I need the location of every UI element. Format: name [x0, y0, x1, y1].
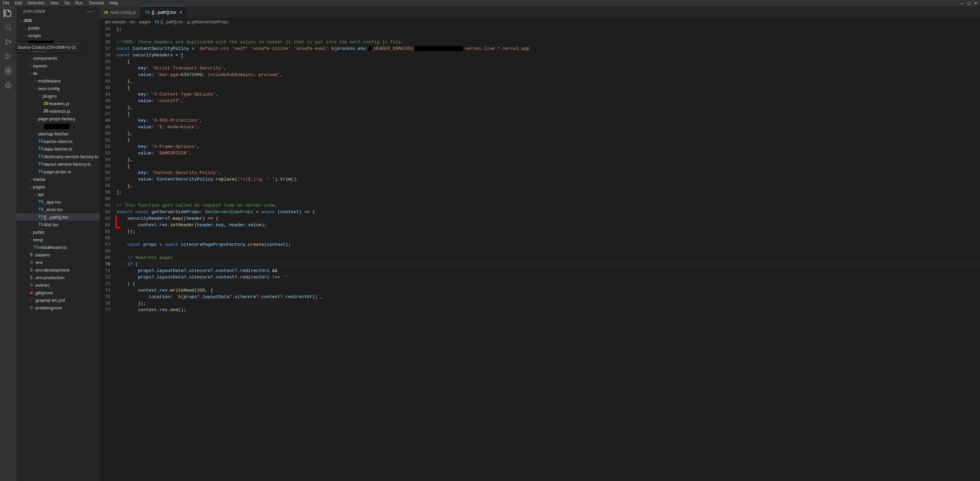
- tree-folder[interactable]: ⌄next-config: [16, 84, 99, 92]
- tree-file[interactable]: TS_app.tsx: [16, 198, 99, 205]
- editor-tab[interactable]: JSnext.config.js: [99, 6, 141, 18]
- activity-bar: Source Control (Ctrl+Shift+G G): [0, 6, 16, 481]
- tree-file[interactable]: B.babelrc: [16, 251, 99, 258]
- tree-folder[interactable]: ›components: [16, 54, 99, 62]
- tree-file[interactable]: TSmiddleware.ts: [16, 244, 99, 251]
- sidebar-header: EXPLORER ⋯: [16, 6, 99, 16]
- breadcrumb-file-icon: TS: [154, 20, 159, 24]
- tree-file[interactable]: $.env.production: [16, 274, 99, 281]
- explorer-sidebar: EXPLORER ⋯ ⌄JSS›public›scripts⌄████████›…: [16, 6, 99, 481]
- tree-root[interactable]: ⌄JSS: [16, 16, 99, 24]
- menu-view[interactable]: View: [50, 1, 59, 5]
- svg-rect-4: [5, 68, 8, 70]
- svg-rect-5: [9, 68, 11, 70]
- tree-file[interactable]: TS[[...path]].tsx: [16, 213, 99, 221]
- sidebar-title: EXPLORER: [23, 9, 45, 13]
- menu-run[interactable]: Run: [75, 1, 83, 5]
- close-window-button[interactable]: ✕: [974, 1, 977, 5]
- tree-file[interactable]: TSlayout-service-factory.ts: [16, 160, 99, 168]
- menu-terminal[interactable]: Terminal: [88, 1, 104, 5]
- tree-file[interactable]: ⚙.eslintrc: [16, 281, 99, 289]
- explorer-icon[interactable]: [4, 9, 12, 17]
- tree-folder[interactable]: ›plugins: [16, 92, 99, 100]
- tab-close-icon[interactable]: ×: [180, 10, 182, 15]
- tree-folder[interactable]: ›media: [16, 175, 99, 183]
- svg-rect-6: [5, 71, 8, 73]
- source-control-tooltip: Source Control (Ctrl+Shift+G G): [14, 43, 79, 52]
- tree-folder[interactable]: ⌄lib: [16, 70, 99, 77]
- breadcrumb-item[interactable]: src: [130, 19, 135, 24]
- tree-file[interactable]: JSheaders.js: [16, 100, 99, 107]
- tree-folder[interactable]: ›public: [16, 228, 99, 236]
- svg-rect-7: [9, 71, 11, 73]
- breadcrumb-item[interactable]: qm-website: [105, 19, 126, 24]
- tree-folder[interactable]: ›scripts: [16, 32, 99, 39]
- breadcrumb-symbol-icon: ⊞: [187, 20, 190, 24]
- tree-file[interactable]: TSdata-fetcher.ts: [16, 145, 99, 153]
- tree-folder[interactable]: ›middleware: [16, 77, 99, 84]
- tree-file[interactable]: ◆.gitignore: [16, 289, 99, 296]
- tree-file[interactable]: ⚙.env: [16, 258, 99, 266]
- tree-file[interactable]: ████████: [16, 123, 99, 130]
- menu-help[interactable]: Help: [110, 1, 118, 5]
- menubar: File Edit Selection View Go Run Terminal…: [0, 0, 980, 6]
- maximize-button[interactable]: ▢: [967, 1, 971, 5]
- svg-point-3: [9, 41, 11, 43]
- extensions-icon[interactable]: [4, 67, 13, 75]
- code-editor[interactable]: 3435363738394041424344454647484950515253…: [99, 26, 980, 481]
- tree-file[interactable]: ⚙.prettierignore: [16, 304, 99, 312]
- menu-file[interactable]: File: [3, 1, 9, 5]
- tree-file[interactable]: TSpage-props.ts: [16, 168, 99, 175]
- editor-tabs: JSnext.config.jsTS[[...path]].tsx×: [99, 6, 980, 18]
- breadcrumb-item[interactable]: pages: [139, 19, 151, 24]
- search-icon[interactable]: [4, 23, 13, 32]
- svg-point-0: [6, 25, 10, 30]
- file-tree: ⌄JSS›public›scripts⌄████████›assets›comp…: [16, 16, 99, 481]
- tree-file[interactable]: !.graphql-let.yml: [16, 296, 99, 304]
- window-controls: — ▢ ✕: [960, 1, 977, 5]
- tree-file[interactable]: $.env.development: [16, 266, 99, 274]
- source-control-icon[interactable]: [4, 38, 13, 46]
- tree-folder[interactable]: ›api: [16, 191, 99, 198]
- tree-folder[interactable]: ⌄pages: [16, 183, 99, 191]
- editor-area: JSnext.config.jsTS[[...path]].tsx× qm-we…: [99, 6, 980, 481]
- tree-file[interactable]: TS404.tsx: [16, 221, 99, 228]
- remote-icon[interactable]: [4, 81, 13, 89]
- tree-file[interactable]: JSredirects.js: [16, 107, 99, 115]
- menu-selection[interactable]: Selection: [27, 1, 45, 5]
- run-debug-icon[interactable]: [4, 52, 13, 61]
- line-gutter: 3435363738394041424344454647484950515253…: [99, 26, 116, 481]
- svg-point-1: [5, 39, 7, 41]
- tree-file[interactable]: TScache-client.ts: [16, 137, 99, 145]
- tree-file[interactable]: TS_error.tsx: [16, 205, 99, 213]
- sidebar-more-icon[interactable]: ⋯: [87, 8, 93, 15]
- tree-folder[interactable]: ›sitemap-fetcher: [16, 130, 99, 137]
- editor-tab[interactable]: TS[[...path]].tsx×: [141, 6, 187, 18]
- code-content[interactable]: };//TODO: these headers are duplicated w…: [116, 26, 980, 481]
- svg-point-2: [5, 43, 7, 45]
- minimize-button[interactable]: —: [960, 1, 964, 5]
- tree-folder[interactable]: ›public: [16, 24, 99, 32]
- tree-folder[interactable]: ›temp: [16, 236, 99, 244]
- menu-go[interactable]: Go: [64, 1, 70, 5]
- tree-file[interactable]: TSdictionary-service-factory.ts: [16, 153, 99, 160]
- tree-folder[interactable]: ›page-props-factory: [16, 115, 99, 123]
- breadcrumbs[interactable]: qm-website›src›pages›TS[[...path]].tsx›⊞…: [99, 18, 980, 26]
- menu-edit[interactable]: Edit: [15, 1, 22, 5]
- breadcrumb-item[interactable]: [[...path]].tsx: [161, 19, 183, 24]
- tree-folder[interactable]: ›layouts: [16, 62, 99, 70]
- breadcrumb-item[interactable]: getServerSideProps: [191, 19, 228, 24]
